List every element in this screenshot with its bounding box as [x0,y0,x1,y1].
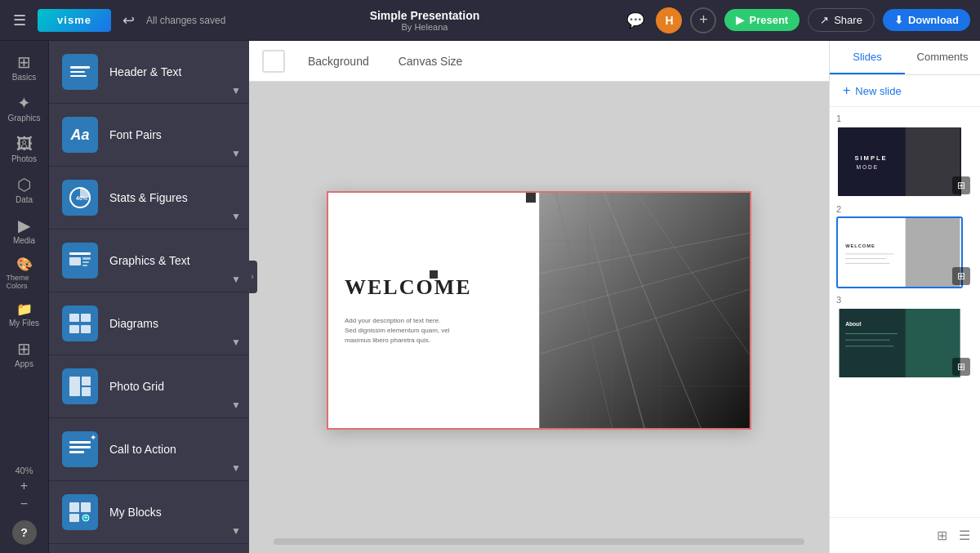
svg-rect-21 [81,502,91,512]
slide-canvas[interactable]: WELCOME Add your description of text her… [327,191,751,430]
slide-image [539,193,750,428]
hamburger-icon[interactable]: ☰ [10,8,29,33]
horizontal-scrollbar[interactable] [274,538,804,545]
new-slide-label: New slide [855,85,901,97]
photo-grid-icon [62,368,98,404]
svg-text:About: About [845,321,862,327]
presentation-subtitle: By Heleana [402,22,448,32]
svg-text:40%: 40% [76,195,88,201]
comment-icon[interactable]: 💬 [623,8,648,33]
sidebar-label-apps: Apps [15,359,33,368]
logo-image: visme [38,9,111,32]
zoom-in-button[interactable]: + [19,478,29,494]
svg-rect-7 [82,257,91,260]
play-icon: ▶ [736,14,744,26]
svg-rect-6 [69,252,91,255]
my-files-icon: 📁 [16,303,33,316]
svg-text:SIMPLE: SIMPLE [855,154,888,162]
presentation-title: Simple Presentation [370,9,480,22]
tab-slides[interactable]: Slides [830,41,905,74]
call-to-action-icon: ✦ [62,431,98,467]
sidebar-label-theme-colors: Theme Colors [7,274,42,290]
sidebar-item-media[interactable]: ▶ Media [3,212,46,250]
present-button[interactable]: ▶ Present [724,9,800,31]
download-icon: ⬇ [894,14,903,26]
sidebar-item-data[interactable]: ⬡ Data [3,172,46,209]
graphics-text-icon [62,243,98,279]
download-button[interactable]: ⬇ Download [883,9,970,31]
panel-collapse-button[interactable]: › [247,261,257,293]
header-text-icon [62,54,98,90]
sidebar-item-theme-colors[interactable]: 🎨 Theme Colors [3,253,46,295]
new-slide-button[interactable]: + New slide [830,75,980,107]
background-color-picker[interactable] [262,50,285,73]
svg-rect-9 [82,265,87,266]
data-icon: ⬡ [17,176,31,193]
slide-thumb-wrap-2: 2 WELCOME ⊞ [836,204,973,288]
avatar[interactable]: H [656,7,682,33]
slide-add-icon-3[interactable]: ⊞ [952,358,970,376]
sidebar-label-media: Media [13,236,35,245]
slide-number-2: 2 [836,204,973,214]
panel-item-stats[interactable]: 40% Stats & Figures ▼ [49,167,249,230]
svg-rect-5 [69,257,81,265]
share-button[interactable]: ↗ Share [808,8,875,32]
panel-label-call-to-action: Call to Action [109,443,176,456]
sidebar-item-my-files[interactable]: 📁 My Files [3,298,46,332]
zoom-out-button[interactable]: − [19,496,29,512]
icon-sidebar: ⊞ Basics ✦ Graphics 🖼 Photos ⬡ Data ▶ Me… [0,41,49,553]
tab-comments[interactable]: Comments [905,41,980,74]
sidebar-item-apps[interactable]: ⊞ Apps [3,336,46,373]
slide-thumb-3[interactable]: About [836,307,963,379]
zoom-level: 40% [15,466,33,475]
panel-label-stats: Stats & Figures [109,191,188,204]
panel-item-call-to-action[interactable]: ✦ Call to Action ▼ [49,418,249,481]
panel-item-font-pairs[interactable]: Aa Font Pairs ▼ [49,104,249,167]
svg-rect-22 [69,514,79,522]
background-button[interactable]: Background [301,51,376,71]
undo-icon[interactable]: ↩ [119,8,138,33]
graphics-icon: ✦ [17,95,31,111]
add-collaborator-button[interactable]: + [690,7,716,33]
list-view-button[interactable]: ☰ [956,524,973,546]
sidebar-item-graphics[interactable]: ✦ Graphics [3,90,46,127]
slide-right-panel [539,193,750,428]
theme-colors-icon: 🎨 [16,258,33,271]
selection-handle-top[interactable] [526,193,536,203]
plus-icon: + [843,83,850,98]
sidebar-label-graphics: Graphics [7,114,40,123]
grid-view-button[interactable]: ⊞ [933,524,951,546]
slide-add-icon-1[interactable]: ⊞ [952,176,970,194]
canvas-size-button[interactable]: Canvas Size [392,51,470,71]
canvas-area: Background Canvas Size WELCOME Add your … [249,41,829,553]
canvas-scroll[interactable]: WELCOME Add your description of text her… [249,82,829,538]
slide-thumb-2[interactable]: WELCOME [836,216,963,288]
panel-label-photo-grid: Photo Grid [109,380,164,393]
slide-thumb-wrap-3: 3 About ⊞ [836,295,973,379]
right-panel-bottom: ⊞ ☰ [830,517,980,553]
slide-thumb-1[interactable]: SIMPLE MODE [836,126,963,198]
chevron-down-icon: ▼ [231,211,241,222]
panel-item-photo-grid[interactable]: Photo Grid ▼ [49,355,249,418]
sidebar-label-data: Data [16,195,33,204]
svg-rect-14 [69,377,80,396]
panel-item-diagrams[interactable]: Diagrams ▼ [49,292,249,355]
svg-rect-12 [69,325,79,333]
panel-label-graphics-text: Graphics & Text [109,254,190,267]
panel-item-header-text[interactable]: Header & Text ▼ [49,41,249,104]
panel-label-diagrams: Diagrams [109,317,158,330]
svg-rect-1 [70,71,85,73]
basics-icon: ⊞ [17,54,31,70]
sidebar-item-photos[interactable]: 🖼 Photos [3,131,46,168]
slide-add-icon-2[interactable]: ⊞ [952,267,970,285]
font-pairs-icon: Aa [62,117,98,153]
zoom-control: 40% + − [3,461,46,517]
sidebar-item-basics[interactable]: ⊞ Basics [3,49,46,87]
apps-icon: ⊞ [17,341,31,357]
right-tabs: Slides Comments [830,41,980,75]
help-button[interactable]: ? [12,520,37,545]
panel-item-graphics-text[interactable]: Graphics & Text ▼ [49,230,249,292]
panel-item-my-blocks[interactable]: + My Blocks ▼ [49,481,249,544]
svg-rect-17 [69,441,91,444]
selection-handle[interactable] [430,270,438,279]
